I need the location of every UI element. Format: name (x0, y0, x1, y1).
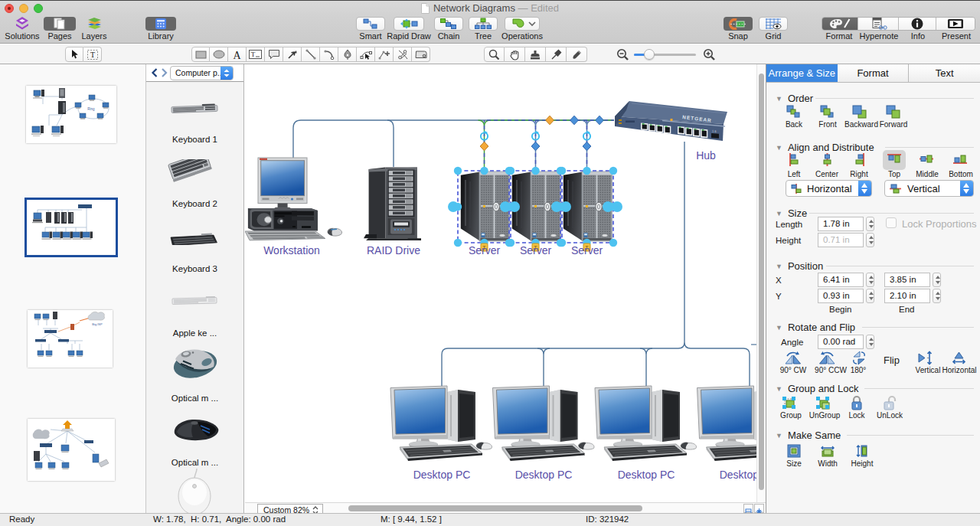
svg-text:Server: Server (520, 244, 552, 256)
svg-text:A: A (233, 50, 241, 60)
svg-text:Ring: Ring (87, 107, 95, 111)
svg-text:1 8: 1 8 (712, 129, 717, 134)
svg-text:Desktop PC: Desktop PC (618, 469, 675, 481)
svg-text:T: T (90, 51, 94, 59)
svg-text:Workstation: Workstation (263, 244, 320, 256)
svg-text:Server: Server (571, 244, 603, 256)
svg-text:Desktop PC: Desktop PC (515, 469, 573, 481)
svg-text:Desktop PC: Desktop PC (720, 469, 756, 481)
svg-text:Desktop PC: Desktop PC (413, 469, 471, 481)
svg-text:RAID Drive: RAID Drive (367, 244, 420, 256)
svg-text:Big ISP: Big ISP (92, 322, 103, 326)
svg-text:Server: Server (469, 244, 501, 256)
svg-text:T: T (251, 51, 256, 58)
svg-text:Hub: Hub (696, 149, 716, 162)
